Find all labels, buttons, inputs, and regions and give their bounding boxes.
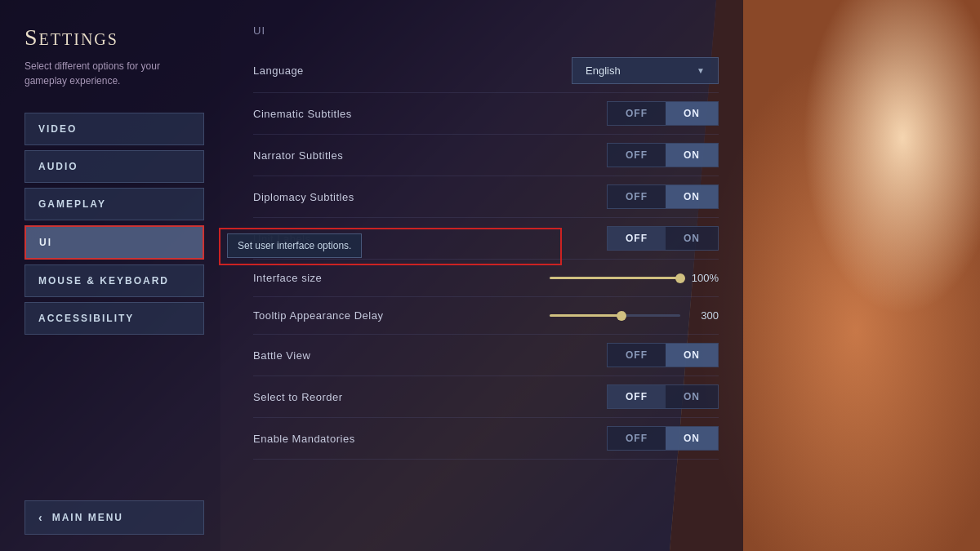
tooltip-delay-control: 300 [550,309,719,322]
row-battle-view: Battle View OFF ON [253,335,719,376]
select-reorder-off[interactable]: OFF [608,385,666,408]
row-language: Language English ▼ [253,49,719,93]
row-tooltip-delay: Tooltip Appearance Delay 300 [253,297,719,335]
tooltip-delay-fill [550,314,621,317]
unit-labels-label: Unit Labels [253,233,607,245]
interface-size-track[interactable] [550,277,680,279]
sidebar-item-gameplay[interactable]: GAMEPLAY [24,188,204,220]
main-menu-button[interactable]: ‹ MAIN MENU [24,500,204,535]
enable-mandatories-off[interactable]: OFF [608,427,666,450]
row-cinematic-subtitles: Cinematic Subtitles OFF ON [253,93,719,135]
diplomacy-subtitles-label: Diplomacy Subtitles [253,191,607,203]
row-diplomacy-subtitles: Diplomacy Subtitles OFF ON [253,176,719,218]
battle-view-on[interactable]: ON [666,344,718,367]
interface-size-thumb[interactable] [675,273,685,283]
chevron-down-icon: ▼ [697,66,705,75]
interface-size-value: 100% [690,272,719,284]
diplomacy-subtitles-toggle: OFF ON [607,184,719,209]
select-reorder-toggle: OFF ON [607,384,719,409]
tooltip-delay-track[interactable] [550,314,680,317]
interface-size-fill [550,277,680,279]
row-interface-size: Interface size 100% [253,260,719,297]
page-title: Settings [24,24,204,51]
row-enable-mandatories: Enable Mandatories OFF ON [253,418,719,460]
cinematic-subtitles-off[interactable]: OFF [608,102,666,125]
narrator-subtitles-off[interactable]: OFF [608,144,666,167]
narrator-subtitles-on[interactable]: ON [666,144,718,167]
interface-size-control: 100% [550,272,719,284]
diplomacy-subtitles-off[interactable]: OFF [608,185,666,208]
battle-view-toggle: OFF ON [607,343,719,367]
language-value: English [586,64,621,77]
enable-mandatories-on[interactable]: ON [666,427,718,450]
sidebar-item-ui[interactable]: UI [24,225,204,260]
sidebar-item-video[interactable]: VIDEO [24,113,204,145]
cinematic-subtitles-on[interactable]: ON [666,102,718,125]
language-label: Language [253,64,572,77]
narrator-subtitles-toggle: OFF ON [607,143,719,167]
sidebar-item-audio[interactable]: AUDIO [24,150,204,183]
page-subtitle: Select different options for your gamepl… [24,59,204,88]
tooltip-delay-label: Tooltip Appearance Delay [253,309,550,322]
cinematic-subtitles-label: Cinematic Subtitles [253,108,607,120]
row-narrator-subtitles: Narrator Subtitles OFF ON [253,135,719,176]
interface-size-label: Interface size [253,272,550,284]
row-unit-labels: Unit Labels OFF ON [253,218,719,260]
row-select-reorder: Select to Reorder OFF ON [253,376,719,418]
left-panel: Settings Select different options for yo… [0,0,220,551]
section-label: UI [253,24,719,37]
unit-labels-off[interactable]: OFF [608,227,666,250]
sidebar-item-accessibility[interactable]: ACCESSIBILITY [24,302,204,335]
unit-labels-on[interactable]: ON [666,227,718,250]
nav-buttons: VIDEO AUDIO GAMEPLAY UI MOUSE & KEYBOARD… [24,113,204,500]
enable-mandatories-label: Enable Mandatories [253,433,607,445]
cinematic-subtitles-toggle: OFF ON [607,101,719,126]
tooltip-delay-value: 300 [690,309,719,322]
select-reorder-on[interactable]: ON [666,385,718,408]
main-menu-label: MAIN MENU [52,512,123,523]
sidebar-item-mouse-keyboard[interactable]: MOUSE & KEYBOARD [24,264,204,297]
diplomacy-subtitles-on[interactable]: ON [666,185,718,208]
language-control: English ▼ [572,57,719,84]
tooltip-delay-thumb[interactable] [617,311,626,321]
select-reorder-label: Select to Reorder [253,391,607,403]
battle-view-off[interactable]: OFF [608,344,666,367]
language-dropdown[interactable]: English ▼ [572,57,719,84]
battle-view-label: Battle View [253,349,607,362]
narrator-subtitles-label: Narrator Subtitles [253,149,607,162]
back-icon: ‹ [38,511,44,524]
enable-mandatories-toggle: OFF ON [607,426,719,451]
unit-labels-toggle: OFF ON [607,226,719,251]
content-panel: UI Language English ▼ Cinematic Subtitle… [220,0,743,551]
